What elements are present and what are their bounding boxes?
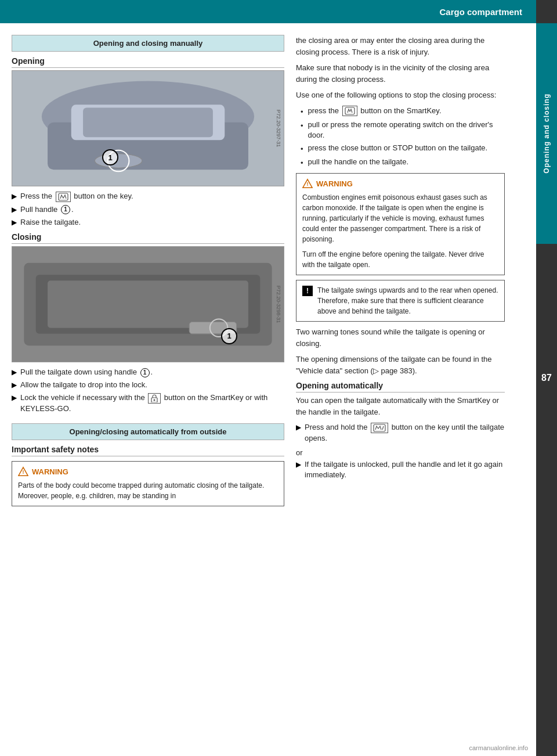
lock-icon (148, 393, 161, 404)
closing-step-3-text: Lock the vehicle if necessary with the b… (20, 393, 284, 414)
notice-box: ! The tailgate swings upwards and to the… (296, 280, 505, 322)
closing-arrow-1: ▶ (12, 368, 17, 377)
warning-text-right: Combustion engines emit poisonous exhaus… (302, 192, 498, 244)
svg-point-15 (154, 399, 155, 401)
stop-option-4-text: pull the handle on the tailgate. (308, 157, 408, 167)
auto-arrow-1: ▶ (296, 423, 301, 433)
opening-auto-title: Opening automatically (296, 381, 505, 393)
header-bar: Cargo compartment 87 (0, 0, 557, 23)
image-watermark-top: P72.20-3297-31 (276, 110, 281, 147)
side-tab: Opening and closing (536, 23, 557, 244)
left-column: Opening and closing manually Opening 1 P… (12, 35, 284, 511)
svg-text:!: ! (307, 182, 309, 188)
opening-steps: ▶ Press the button on the key. ▶ Pull ha… (12, 191, 284, 228)
stop-option-4: • pull the handle on the tailgate. (301, 157, 505, 168)
stop-option-3-text: press the close button or STOP button on… (308, 143, 488, 153)
content-area: Opening and closing manually Opening 1 P… (0, 23, 557, 523)
arrow-1: ▶ (12, 192, 17, 201)
bullet-4: • (301, 158, 303, 168)
opening-step-2: ▶ Pull handle 1. (12, 204, 284, 215)
stop-option-1: • press the button on the SmartKey. (301, 106, 505, 117)
svg-rect-7 (59, 193, 68, 200)
opening-title: Opening (12, 56, 284, 68)
closing-step-3: ▶ Lock the vehicle if necessary with the… (12, 393, 284, 414)
notice-icon: ! (302, 286, 313, 296)
circle-num-1: 1 (61, 205, 70, 214)
opening-auto-step2-list: ▶ If the tailgate is unlocked, pull the … (296, 459, 505, 480)
closing-arrow-3: ▶ (12, 393, 17, 403)
closing-para-3: Use one of the following options to stop… (296, 89, 505, 101)
stop-option-1-text: press the button on the SmartKey. (308, 106, 442, 117)
stop-option-2-text: pull or press the remote operating switc… (308, 120, 505, 141)
or-text: or (296, 448, 505, 457)
opening-step-3: ▶ Raise the tailgate. (12, 217, 284, 228)
opening-auto-step-2: ▶ If the tailgate is unlocked, pull the … (296, 459, 505, 480)
bullet-2: • (301, 121, 303, 131)
bottom-watermark: carmanualonline.info (469, 744, 528, 751)
warning-title-left: ! WARNING (18, 466, 278, 477)
arrow-3: ▶ (12, 218, 17, 228)
car-top-svg (12, 71, 284, 186)
opening-step-3-text: Raise the tailgate. (20, 217, 81, 228)
opening-auto-steps: ▶ Press and hold the button on the key u… (296, 422, 505, 444)
closing-title: Closing (12, 232, 284, 244)
opening-auto-intro: You can open the tailgate automatically … (296, 395, 505, 417)
stop-option-3: • press the close button or STOP button … (301, 143, 505, 154)
car-bottom-svg (12, 247, 284, 362)
closing-steps: ▶ Pull the tailgate down using handle 1.… (12, 367, 284, 414)
closing-para-1: the closing area or may enter the closin… (296, 35, 505, 57)
svg-text:!: ! (23, 470, 24, 476)
svg-rect-21 (374, 424, 385, 431)
image-circle-1b: 1 (221, 328, 237, 344)
image-circle-1: 1 (102, 149, 118, 165)
arrow-2: ▶ (12, 205, 17, 215)
warning-title-right: ! WARNING (302, 178, 498, 189)
closing-step-1: ▶ Pull the tailgate down using handle 1. (12, 367, 284, 377)
bullet-1: • (301, 107, 303, 117)
smartkey-icon (342, 106, 357, 116)
closing-para-2: Make sure that nobody is in the vicinity… (296, 62, 505, 85)
opening-step-2-text: Pull handle 1. (20, 204, 74, 215)
stop-option-2: • pull or press the remote operating swi… (301, 120, 505, 141)
opening-auto-step-1: ▶ Press and hold the button on the key u… (296, 422, 505, 444)
opening-step-1-text: Press the button on the key. (20, 191, 133, 202)
opening-image: 1 P72.20-3297-31 (12, 70, 284, 186)
opening-step-1: ▶ Press the button on the key. (12, 191, 284, 202)
closing-step-1-text: Pull the tailgate down using handle 1. (20, 367, 153, 377)
closing-step-2: ▶ Allow the tailgate to drop into the lo… (12, 380, 284, 390)
warning-triangle-icon-r: ! (302, 178, 313, 189)
notice-text: The tailgate swings upwards and to the r… (317, 285, 498, 316)
section2-header: Opening/closing automatically from outsi… (12, 423, 284, 440)
closing-step-2-text: Allow the tailgate to drop into the lock… (20, 380, 147, 390)
warning-text-right-2: Turn off the engine before opening the t… (302, 249, 498, 270)
bullet-3: • (301, 144, 303, 154)
right-column: the closing area or may enter the closin… (296, 35, 528, 511)
header-title: Cargo compartment (439, 7, 522, 17)
warning-box-left: ! WARNING Parts of the body could become… (12, 461, 284, 506)
stop-options-list: • press the button on the SmartKey. • pu… (301, 106, 505, 169)
circle-num-1c: 1 (140, 368, 150, 377)
safety-title: Important safety notes (12, 445, 284, 456)
side-tab-label: Opening and closing (542, 93, 551, 174)
closing-arrow-2: ▶ (12, 380, 17, 390)
image-watermark-bottom: P72.20-3298-31 (276, 286, 281, 323)
auto-arrow-2: ▶ (296, 460, 301, 470)
warning-text-left: Parts of the body could become trapped d… (18, 480, 278, 501)
dimensions-text: The opening dimensions of the tailgate c… (296, 354, 505, 376)
svg-rect-11 (48, 280, 248, 327)
warning-box-right: ! WARNING Combustion engines emit poison… (296, 173, 505, 275)
key-button-icon (56, 192, 71, 202)
smartkey-open-icon (371, 423, 388, 433)
closing-image: 1 P72.20-3298-31 (12, 246, 284, 362)
opening-auto-step-2-text: If the tailgate is unlocked, pull the ha… (305, 459, 505, 480)
car-image-bottom: 1 P72.20-3298-31 (12, 247, 284, 362)
section1-header: Opening and closing manually (12, 35, 284, 52)
warning-triangle-icon: ! (18, 466, 28, 477)
car-image-top: 1 P72.20-3297-31 (12, 71, 284, 186)
opening-auto-step-1-text: Press and hold the button on the key unt… (305, 422, 505, 444)
svg-rect-4 (83, 107, 213, 137)
tones-text: Two warning tones sound while the tailga… (296, 326, 505, 349)
